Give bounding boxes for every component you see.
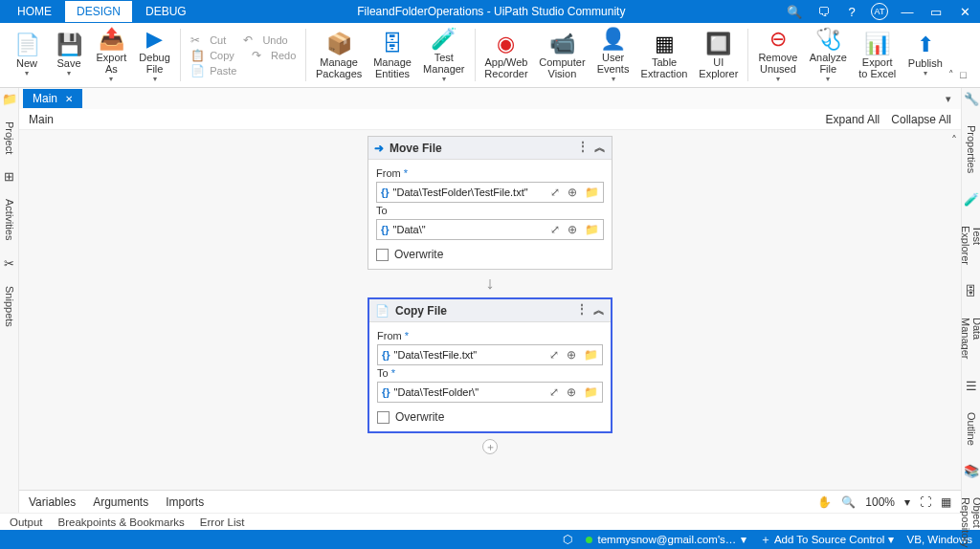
expand-editor-icon[interactable]: ⤢ xyxy=(547,348,561,362)
sidebar-object-repo-tab[interactable]: Object Repository xyxy=(960,497,981,548)
cut-button[interactable]: ✂Cut ↶Undo xyxy=(190,33,296,47)
to-input[interactable]: {} "Data\" ⤢ ⊕ 📁 xyxy=(376,219,604,240)
ribbon-table-extraction-button[interactable]: ▦Table Extraction xyxy=(635,25,693,85)
ui-explorer-icon: 🔲 xyxy=(705,32,731,56)
plus-circle-icon[interactable]: ⊕ xyxy=(566,223,579,236)
activity-header[interactable]: 📄 Copy File ⋮︽ xyxy=(369,299,611,322)
folder-browse-icon[interactable]: 📁 xyxy=(582,348,600,362)
menu-tab-home[interactable]: HOME xyxy=(6,1,63,22)
pan-icon[interactable]: ✋ xyxy=(817,495,832,509)
ribbon-user-events-button[interactable]: 👤User Events▾ xyxy=(590,25,635,85)
add-activity-button[interactable]: ＋ xyxy=(482,439,498,454)
ribbon-computer-vision-button[interactable]: 📹Computer Vision xyxy=(533,25,590,85)
folder-browse-icon[interactable]: 📁 xyxy=(583,186,601,199)
sidebar-data-manager-tab[interactable]: Data Manager xyxy=(960,318,981,359)
copy-label: Copy xyxy=(210,50,234,61)
activity-copy-file[interactable]: 📄 Copy File ⋮︽ From * {} "Data\TestFile.… xyxy=(368,297,612,433)
doc-tabs-dropdown-icon[interactable]: ▾ xyxy=(946,93,961,105)
copy-button[interactable]: 📋Copy ↷Redo xyxy=(190,49,296,62)
feedback-icon[interactable]: 🗨 xyxy=(813,2,833,21)
ribbon-debug-file-button[interactable]: ▶Debug File▾ xyxy=(133,25,176,85)
canvas-collapse-icon[interactable]: ˄ xyxy=(951,134,957,147)
menu-tab-design[interactable]: DESIGN xyxy=(65,1,132,22)
activity-header[interactable]: ➜ Move File ⋮︽ xyxy=(368,137,612,160)
activity-collapse-icon[interactable]: ︽ xyxy=(594,140,606,156)
activity-move-file[interactable]: ➜ Move File ⋮︽ From * {} "Data\TestFolde… xyxy=(368,136,612,270)
doc-tab-main[interactable]: Main ✕ xyxy=(23,89,82,108)
ribbon-export-as-label: Export As xyxy=(97,52,127,75)
menu-tab-debug[interactable]: DEBUG xyxy=(134,1,198,22)
ribbon-export-as-button[interactable]: 📤Export As▾ xyxy=(90,25,133,85)
folder-browse-icon[interactable]: 📁 xyxy=(583,223,601,236)
arguments-tab[interactable]: Arguments xyxy=(93,495,148,509)
ribbon-manage-packages-button[interactable]: 📦Manage Packages xyxy=(310,25,368,85)
overwrite-checkbox-row[interactable]: Overwrite xyxy=(377,410,603,424)
zoom-icon[interactable]: 🔍 xyxy=(841,495,856,509)
search-icon[interactable]: 🔍 xyxy=(785,2,804,21)
ribbon-manage-entities-button[interactable]: 🗄Manage Entities xyxy=(368,25,417,85)
plus-circle-icon[interactable]: ⊕ xyxy=(565,385,578,399)
ribbon-new-button[interactable]: 📄New▾ xyxy=(6,25,48,85)
output-tab[interactable]: Output xyxy=(10,516,43,528)
designer-canvas[interactable]: ˄ ➜ Move File ⋮︽ From * {} "Data\TestFol… xyxy=(19,130,961,490)
paste-button[interactable]: 📄Paste xyxy=(190,64,296,77)
fit-screen-icon[interactable]: ⛶ xyxy=(920,495,931,509)
undo-label: Undo xyxy=(262,34,287,46)
ribbon-ui-explorer-button[interactable]: 🔲UI Explorer xyxy=(693,25,744,85)
sidebar-test-explorer-tab[interactable]: Test Explorer xyxy=(960,226,981,265)
to-input[interactable]: {} "Data\TestFolder\" ⤢ ⊕ 📁 xyxy=(377,382,603,403)
close-tab-icon[interactable]: ✕ xyxy=(65,94,73,104)
orchestrator-icon[interactable]: ⬡ xyxy=(563,533,572,546)
folder-browse-icon[interactable]: 📁 xyxy=(582,385,600,399)
plus-circle-icon[interactable]: ⊕ xyxy=(566,186,579,199)
overwrite-checkbox-row[interactable]: Overwrite xyxy=(376,248,604,261)
checkbox-icon[interactable] xyxy=(377,411,390,424)
sidebar-outline-tab[interactable]: Outline xyxy=(966,412,977,446)
add-source-control-button[interactable]: ＋ Add To Source Control ▾ xyxy=(760,533,893,547)
plus-circle-icon[interactable]: ⊕ xyxy=(565,348,578,362)
expand-editor-icon[interactable]: ⤢ xyxy=(547,385,561,399)
breakpoints-tab[interactable]: Breakpoints & Bookmarks xyxy=(58,516,185,528)
collapse-all-button[interactable]: Collapse All xyxy=(891,113,951,126)
maximize-icon[interactable]: ▭ xyxy=(926,2,946,21)
expand-editor-icon[interactable]: ⤢ xyxy=(548,186,562,199)
ribbon-save-button[interactable]: 💾Save▾ xyxy=(48,25,90,85)
expand-all-button[interactable]: Expand All xyxy=(826,113,880,126)
sidebar-snippets-tab[interactable]: Snippets xyxy=(4,286,15,327)
minimize-icon[interactable]: — xyxy=(898,2,917,21)
checkbox-icon[interactable] xyxy=(376,249,389,261)
from-input[interactable]: {} "Data\TestFolder\TestFile.txt" ⤢ ⊕ 📁 xyxy=(376,182,604,203)
ribbon-collapse[interactable]: ˄ □ xyxy=(948,25,974,85)
from-input[interactable]: {} "Data\TestFile.txt" ⤢ ⊕ 📁 xyxy=(377,344,603,365)
account-status[interactable]: temmysnow@gmail.com's… ▾ xyxy=(586,533,746,546)
breadcrumb-row: Main Expand All Collapse All xyxy=(19,109,961,130)
zoom-dropdown-icon[interactable]: ▾ xyxy=(904,495,910,509)
close-icon[interactable]: ✕ xyxy=(955,2,974,21)
activity-collapse-icon[interactable]: ︽ xyxy=(593,302,605,318)
ribbon-test-manager-button[interactable]: 🧪Test Manager▾ xyxy=(417,25,470,85)
ribbon-remove-unused-button[interactable]: ⊖Remove Unused▾ xyxy=(752,25,803,85)
error-list-tab[interactable]: Error List xyxy=(200,516,245,528)
sidebar-properties-tab[interactable]: Properties xyxy=(966,125,977,173)
user-avatar[interactable]: AT xyxy=(871,3,888,20)
ribbon-analyze-file-button[interactable]: 🩺Analyze File▾ xyxy=(803,25,853,85)
activity-menu-icon[interactable]: ⋮ xyxy=(576,302,588,318)
ribbon-app-web-recorder-button[interactable]: ◉App/Web Recorder xyxy=(479,25,533,85)
overview-icon[interactable]: ▦ xyxy=(941,495,951,509)
ribbon-export-to-excel-button[interactable]: 📊Export to Excel xyxy=(853,25,902,85)
variables-tab[interactable]: Variables xyxy=(29,495,76,509)
breadcrumb[interactable]: Main xyxy=(29,113,54,126)
zoom-level[interactable]: 100% xyxy=(865,495,895,509)
imports-tab[interactable]: Imports xyxy=(166,495,204,509)
recorder-icon: ◉ xyxy=(497,32,515,56)
activity-menu-icon[interactable]: ⋮ xyxy=(577,140,589,156)
ribbon-publish-button[interactable]: ⬆Publish▾ xyxy=(902,25,949,85)
ribbon-ete-label: Export to Excel xyxy=(858,56,896,79)
sidebar-activities-tab[interactable]: Activities xyxy=(4,199,15,240)
sidebar-project-tab[interactable]: Project xyxy=(4,121,15,154)
expand-editor-icon[interactable]: ⤢ xyxy=(548,223,562,236)
flow-arrow-icon: ↓ xyxy=(486,274,495,294)
ribbon-af-label: Analyze File xyxy=(810,52,847,75)
help-icon[interactable]: ? xyxy=(842,2,861,21)
analyze-icon: 🩺 xyxy=(815,27,841,52)
